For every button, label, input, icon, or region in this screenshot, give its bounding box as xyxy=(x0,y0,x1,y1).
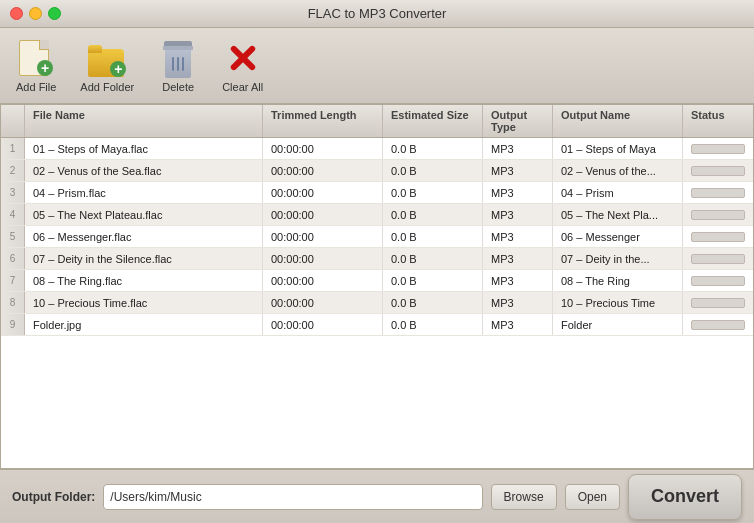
cell-filename: Folder.jpg xyxy=(25,314,263,335)
cell-trimmed: 00:00:00 xyxy=(263,270,383,291)
cell-size: 0.0 B xyxy=(383,204,483,225)
cell-status xyxy=(683,292,753,313)
cell-filename: 07 – Deity in the Silence.flac xyxy=(25,248,263,269)
cell-type: MP3 xyxy=(483,226,553,247)
main-area: File Name Trimmed Length Estimated Size … xyxy=(0,104,754,469)
cell-output: 05 – The Next Pla... xyxy=(553,204,683,225)
add-folder-label: Add Folder xyxy=(80,81,134,93)
cell-type: MP3 xyxy=(483,248,553,269)
cell-output: 10 – Precious Time xyxy=(553,292,683,313)
add-file-icon-container: + xyxy=(16,38,56,78)
cell-trimmed: 00:00:00 xyxy=(263,182,383,203)
cell-size: 0.0 B xyxy=(383,292,483,313)
convert-button[interactable]: Convert xyxy=(628,474,742,520)
cell-filename: 04 – Prism.flac xyxy=(25,182,263,203)
clear-all-button[interactable]: Clear All xyxy=(218,36,267,95)
cell-status xyxy=(683,138,753,159)
output-folder-label: Output Folder: xyxy=(12,490,95,504)
cell-size: 0.0 B xyxy=(383,138,483,159)
table-header: File Name Trimmed Length Estimated Size … xyxy=(1,105,753,138)
table-row[interactable]: 5 06 – Messenger.flac 00:00:00 0.0 B MP3… xyxy=(1,226,753,248)
status-bar xyxy=(691,254,745,264)
cell-filename: 01 – Steps of Maya.flac xyxy=(25,138,263,159)
col-status: Status xyxy=(683,105,753,137)
cell-type: MP3 xyxy=(483,292,553,313)
col-trimmed: Trimmed Length xyxy=(263,105,383,137)
delete-icon-container xyxy=(158,38,198,78)
table-row[interactable]: 6 07 – Deity in the Silence.flac 00:00:0… xyxy=(1,248,753,270)
table-row[interactable]: 9 Folder.jpg 00:00:00 0.0 B MP3 Folder xyxy=(1,314,753,336)
add-file-label: Add File xyxy=(16,81,56,93)
bottom-bar: Output Folder: Browse Open Convert xyxy=(0,469,754,523)
cell-output: 04 – Prism xyxy=(553,182,683,203)
status-bar xyxy=(691,320,745,330)
col-file-name: File Name xyxy=(25,105,263,137)
window-title: FLAC to MP3 Converter xyxy=(308,6,447,21)
status-bar xyxy=(691,276,745,286)
cell-status xyxy=(683,204,753,225)
title-bar: FLAC to MP3 Converter xyxy=(0,0,754,28)
cell-status xyxy=(683,314,753,335)
delete-button[interactable]: Delete xyxy=(154,36,202,95)
cell-num: 1 xyxy=(1,138,25,159)
table-row[interactable]: 1 01 – Steps of Maya.flac 00:00:00 0.0 B… xyxy=(1,138,753,160)
window-controls[interactable] xyxy=(10,7,61,20)
table-body: 1 01 – Steps of Maya.flac 00:00:00 0.0 B… xyxy=(1,138,753,336)
table-row[interactable]: 3 04 – Prism.flac 00:00:00 0.0 B MP3 04 … xyxy=(1,182,753,204)
cell-output: 06 – Messenger xyxy=(553,226,683,247)
table-row[interactable]: 7 08 – The Ring.flac 00:00:00 0.0 B MP3 … xyxy=(1,270,753,292)
cell-output: Folder xyxy=(553,314,683,335)
cell-trimmed: 00:00:00 xyxy=(263,204,383,225)
table-row[interactable]: 4 05 – The Next Plateau.flac 00:00:00 0.… xyxy=(1,204,753,226)
cell-num: 9 xyxy=(1,314,25,335)
cell-size: 0.0 B xyxy=(383,160,483,181)
cell-filename: 02 – Venus of the Sea.flac xyxy=(25,160,263,181)
cell-num: 4 xyxy=(1,204,25,225)
cell-size: 0.0 B xyxy=(383,182,483,203)
col-output: Output Name xyxy=(553,105,683,137)
cell-filename: 10 – Precious Time.flac xyxy=(25,292,263,313)
table-row[interactable]: 2 02 – Venus of the Sea.flac 00:00:00 0.… xyxy=(1,160,753,182)
cell-num: 8 xyxy=(1,292,25,313)
cell-output: 02 – Venus of the... xyxy=(553,160,683,181)
browse-button[interactable]: Browse xyxy=(491,484,557,510)
close-button[interactable] xyxy=(10,7,23,20)
cell-type: MP3 xyxy=(483,270,553,291)
cell-status xyxy=(683,182,753,203)
col-size: Estimated Size xyxy=(383,105,483,137)
col-num xyxy=(1,105,25,137)
status-bar xyxy=(691,210,745,220)
cell-status xyxy=(683,248,753,269)
open-button[interactable]: Open xyxy=(565,484,620,510)
cell-size: 0.0 B xyxy=(383,314,483,335)
add-file-button[interactable]: + Add File xyxy=(12,36,60,95)
cell-num: 7 xyxy=(1,270,25,291)
output-path-input[interactable] xyxy=(103,484,482,510)
cell-trimmed: 00:00:00 xyxy=(263,248,383,269)
status-bar xyxy=(691,144,745,154)
cell-status xyxy=(683,160,753,181)
cell-filename: 08 – The Ring.flac xyxy=(25,270,263,291)
cell-type: MP3 xyxy=(483,182,553,203)
cell-status xyxy=(683,270,753,291)
cell-type: MP3 xyxy=(483,138,553,159)
cell-size: 0.0 B xyxy=(383,248,483,269)
cell-output: 07 – Deity in the... xyxy=(553,248,683,269)
cell-trimmed: 00:00:00 xyxy=(263,292,383,313)
table-row[interactable]: 8 10 – Precious Time.flac 00:00:00 0.0 B… xyxy=(1,292,753,314)
add-folder-icon-container: + xyxy=(87,38,127,78)
empty-area xyxy=(1,336,753,468)
add-folder-button[interactable]: + Add Folder xyxy=(76,36,138,95)
cell-size: 0.0 B xyxy=(383,226,483,247)
minimize-button[interactable] xyxy=(29,7,42,20)
cell-output: 08 – The Ring xyxy=(553,270,683,291)
cell-trimmed: 00:00:00 xyxy=(263,138,383,159)
cell-type: MP3 xyxy=(483,314,553,335)
toolbar: + Add File + Add Folder xyxy=(0,28,754,104)
maximize-button[interactable] xyxy=(48,7,61,20)
cell-trimmed: 00:00:00 xyxy=(263,160,383,181)
cell-trimmed: 00:00:00 xyxy=(263,226,383,247)
cell-type: MP3 xyxy=(483,160,553,181)
cell-type: MP3 xyxy=(483,204,553,225)
delete-label: Delete xyxy=(162,81,194,93)
